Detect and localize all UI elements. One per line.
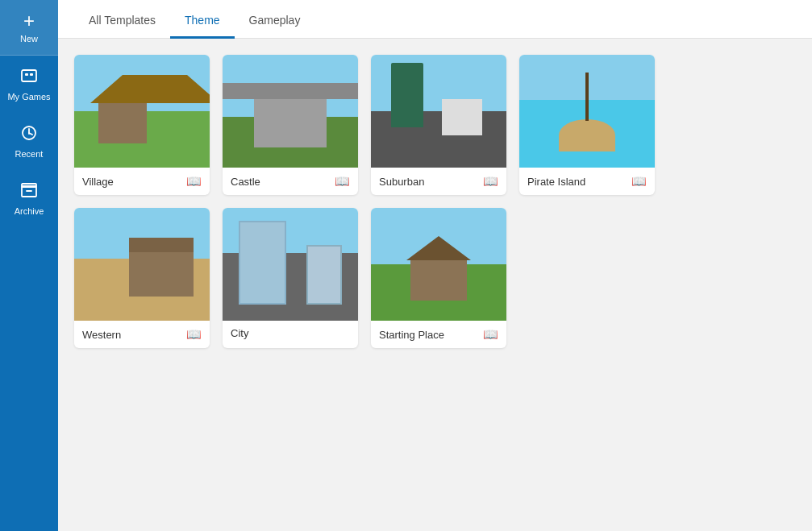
template-label-pirate: Pirate Island (527, 176, 585, 188)
book-icon-western[interactable]: 📖 (186, 327, 202, 342)
svg-line-5 (29, 133, 32, 135)
sidebar-item-recent[interactable]: Recent (0, 113, 58, 170)
template-footer-village: Village 📖 (74, 168, 210, 195)
template-card-village[interactable]: Village 📖 (74, 55, 210, 195)
template-label-western: Western (82, 329, 121, 341)
tab-theme[interactable]: Theme (170, 4, 235, 39)
template-thumb-suburban (371, 55, 506, 168)
sidebar-recent-label: Recent (15, 149, 44, 159)
svg-rect-2 (30, 73, 33, 76)
template-thumb-village (74, 55, 210, 168)
sidebar: + New My Games Recent (0, 0, 58, 531)
template-label-suburban: Suburban (379, 176, 424, 188)
template-card-city[interactable]: City (223, 208, 358, 348)
tab-all-templates[interactable]: All Templates (74, 4, 170, 39)
sidebar-item-my-games[interactable]: My Games (0, 56, 58, 113)
template-label-starting: Starting Place (379, 329, 444, 341)
template-grid: Village 📖 Castle 📖 Suburban 📖 (74, 55, 796, 348)
template-card-suburban[interactable]: Suburban 📖 (371, 55, 506, 195)
book-icon-pirate[interactable]: 📖 (631, 174, 647, 189)
my-games-icon (20, 67, 38, 89)
template-footer-suburban: Suburban 📖 (371, 168, 506, 195)
main-content: All Templates Theme Gameplay Village 📖 C… (58, 0, 812, 531)
sidebar-new-label: New (20, 34, 38, 44)
sidebar-my-games-label: My Games (7, 92, 50, 102)
svg-rect-1 (25, 73, 28, 76)
book-icon-starting[interactable]: 📖 (483, 327, 498, 342)
tab-gameplay[interactable]: Gameplay (235, 4, 315, 39)
svg-rect-0 (22, 70, 36, 81)
template-thumb-city (223, 208, 358, 321)
template-card-starting-place[interactable]: Starting Place 📖 (371, 208, 506, 348)
book-icon-castle[interactable]: 📖 (335, 174, 350, 189)
template-card-castle[interactable]: Castle 📖 (223, 55, 358, 195)
template-footer-castle: Castle 📖 (223, 168, 358, 195)
template-grid-area: Village 📖 Castle 📖 Suburban 📖 (58, 39, 812, 531)
template-thumb-castle (223, 55, 358, 168)
template-footer-city: City (223, 321, 358, 346)
template-thumb-starting (371, 208, 506, 321)
sidebar-archive-label: Archive (15, 206, 44, 216)
template-footer-starting: Starting Place 📖 (371, 321, 506, 348)
svg-rect-7 (22, 184, 36, 187)
book-icon-village[interactable]: 📖 (186, 174, 202, 189)
template-footer-pirate: Pirate Island 📖 (519, 168, 655, 195)
sidebar-item-archive[interactable]: Archive (0, 170, 58, 227)
template-card-pirate-island[interactable]: Pirate Island 📖 (519, 55, 655, 195)
template-thumb-western (74, 208, 210, 321)
plus-icon: + (23, 11, 35, 31)
template-label-castle: Castle (231, 176, 260, 188)
template-label-village: Village (82, 176, 114, 188)
recent-icon (20, 124, 38, 146)
template-card-western[interactable]: Western 📖 (74, 208, 210, 348)
book-icon-suburban[interactable]: 📖 (483, 174, 498, 189)
archive-icon (20, 181, 38, 203)
tabs-bar: All Templates Theme Gameplay (58, 0, 812, 39)
template-thumb-pirate (519, 55, 655, 168)
template-footer-western: Western 📖 (74, 321, 210, 348)
template-label-city: City (231, 327, 248, 339)
sidebar-item-new[interactable]: + New (0, 0, 58, 56)
